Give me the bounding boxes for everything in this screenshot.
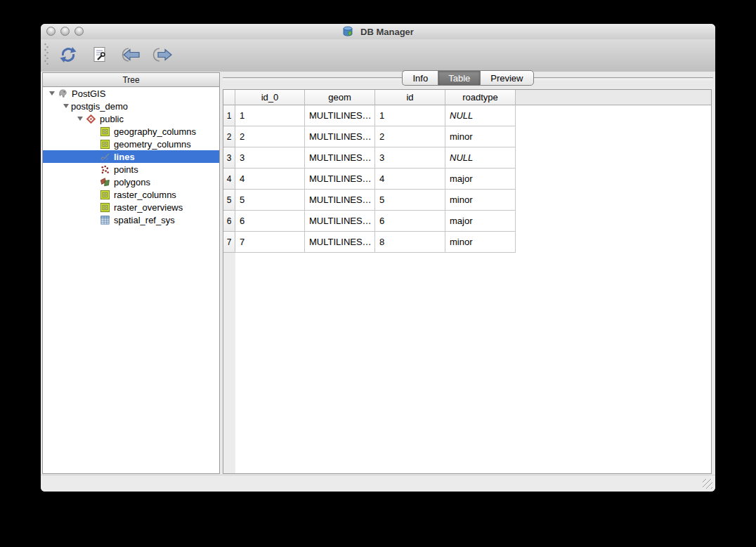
postgis-icon bbox=[57, 88, 68, 99]
tree-item-label: lines bbox=[114, 152, 135, 162]
cell-roadtype[interactable]: major bbox=[445, 169, 516, 190]
tree-item-raster-overviews[interactable]: raster_overviews bbox=[43, 201, 219, 213]
cell-roadtype[interactable]: minor bbox=[445, 190, 516, 211]
titlebar[interactable]: DB Manager bbox=[41, 24, 715, 40]
tree-item-raster-columns[interactable]: raster_columns bbox=[43, 188, 219, 201]
tree-item-label: points bbox=[114, 164, 138, 175]
table-row: 6 6 MULTILINES… 6 major bbox=[223, 211, 711, 232]
column-header-id_0[interactable]: id_0 bbox=[235, 90, 305, 105]
toolbar-drag-handle[interactable] bbox=[44, 42, 49, 69]
tree-item-label: raster_columns bbox=[114, 190, 176, 200]
row-number[interactable]: 5 bbox=[223, 190, 235, 211]
tab-table[interactable]: Table bbox=[438, 70, 480, 86]
row-number[interactable]: 1 bbox=[223, 105, 235, 126]
cell-id_0[interactable]: 5 bbox=[235, 190, 305, 211]
tree-item-postgis[interactable]: PostGIS bbox=[43, 87, 219, 100]
tree-item-public[interactable]: public bbox=[43, 112, 219, 125]
cell-roadtype[interactable]: minor bbox=[445, 126, 516, 147]
cell-id[interactable]: 2 bbox=[375, 126, 445, 147]
import-layer-icon bbox=[121, 46, 142, 65]
tab-bar: Info Table Preview bbox=[223, 70, 713, 86]
tree-item-lines[interactable]: lines bbox=[43, 150, 219, 163]
cell-id[interactable]: 5 bbox=[375, 190, 445, 211]
tree-item-spatial-ref-sys[interactable]: spatial_ref_sys bbox=[43, 213, 219, 226]
resize-grip[interactable] bbox=[703, 479, 712, 489]
window-title: DB Manager bbox=[41, 24, 715, 39]
cell-geom[interactable]: MULTILINES… bbox=[305, 105, 375, 126]
row-spacer bbox=[516, 169, 711, 190]
cell-id[interactable]: 3 bbox=[375, 147, 445, 169]
cell-id_0[interactable]: 1 bbox=[235, 105, 305, 126]
row-number[interactable]: 7 bbox=[223, 232, 235, 253]
tree-item-label: postgis_demo bbox=[71, 101, 128, 112]
tree-item-geography-columns[interactable]: geography_columns bbox=[43, 125, 219, 138]
detail-panel: Info Table Preview id_0 geom id roadtype… bbox=[223, 70, 713, 474]
row-spacer bbox=[516, 105, 711, 126]
export-file-button[interactable] bbox=[151, 43, 175, 68]
tab-preview[interactable]: Preview bbox=[480, 70, 533, 86]
point-layer-icon bbox=[99, 164, 110, 175]
tree-panel-header: Tree bbox=[43, 73, 219, 87]
table-row: 5 5 MULTILINES… 5 minor bbox=[223, 190, 711, 211]
row-number[interactable]: 3 bbox=[223, 147, 235, 169]
cell-roadtype[interactable]: NULL bbox=[445, 105, 516, 126]
cell-roadtype[interactable]: minor bbox=[445, 232, 516, 253]
column-header-id[interactable]: id bbox=[375, 90, 445, 105]
row-spacer bbox=[516, 126, 711, 147]
row-spacer bbox=[516, 232, 711, 253]
cell-id[interactable]: 1 bbox=[375, 105, 445, 126]
table-row: 1 1 MULTILINES… 1 NULL bbox=[223, 105, 711, 126]
cell-id_0[interactable]: 4 bbox=[235, 169, 305, 190]
cell-roadtype[interactable]: major bbox=[445, 211, 516, 232]
tree-item-label: geometry_columns bbox=[114, 139, 191, 150]
row-number[interactable]: 6 bbox=[223, 211, 235, 232]
table-layer-icon bbox=[99, 126, 110, 137]
tree-item-points[interactable]: points bbox=[43, 163, 219, 176]
tree-item-postgis-demo[interactable]: postgis_demo bbox=[43, 100, 219, 112]
row-number[interactable]: 4 bbox=[223, 169, 235, 190]
disclosure-triangle[interactable] bbox=[47, 91, 57, 95]
cell-id_0[interactable]: 2 bbox=[235, 126, 305, 147]
tree-item-label: public bbox=[100, 114, 124, 124]
column-header-geom[interactable]: geom bbox=[305, 90, 375, 105]
cell-roadtype[interactable]: NULL bbox=[445, 147, 516, 169]
export-file-icon bbox=[152, 46, 174, 65]
tree-item-label: polygons bbox=[114, 177, 150, 187]
cell-id_0[interactable]: 6 bbox=[235, 211, 305, 232]
column-header-roadtype[interactable]: roadtype bbox=[445, 90, 516, 105]
disclosure-triangle[interactable] bbox=[75, 117, 85, 121]
header-filler bbox=[516, 90, 711, 105]
cell-geom[interactable]: MULTILINES… bbox=[305, 147, 375, 169]
cell-geom[interactable]: MULTILINES… bbox=[305, 190, 375, 211]
cell-id[interactable]: 8 bbox=[375, 232, 445, 253]
row-number[interactable]: 2 bbox=[223, 126, 235, 147]
main-content: Tree PostGIS postgis_demo bbox=[41, 72, 715, 475]
table-row: 4 4 MULTILINES… 4 major bbox=[223, 169, 711, 190]
table-row: 3 3 MULTILINES… 3 NULL bbox=[223, 147, 711, 169]
disclosure-triangle[interactable] bbox=[61, 104, 71, 108]
row-spacer bbox=[516, 147, 711, 169]
tree-list: PostGIS postgis_demo public bbox=[43, 87, 219, 473]
tree-item-polygons[interactable]: polygons bbox=[43, 176, 219, 188]
sql-window-button[interactable] bbox=[88, 43, 112, 68]
table-layer-icon bbox=[99, 190, 110, 200]
import-layer-button[interactable] bbox=[119, 43, 143, 68]
cell-geom[interactable]: MULTILINES… bbox=[305, 169, 375, 190]
tab-info[interactable]: Info bbox=[402, 70, 438, 86]
row-spacer bbox=[516, 211, 711, 232]
db-manager-window: DB Manager bbox=[41, 24, 715, 492]
table-corner[interactable] bbox=[223, 90, 235, 105]
cell-id_0[interactable]: 3 bbox=[235, 147, 305, 169]
refresh-button[interactable] bbox=[56, 43, 80, 68]
cell-id[interactable]: 4 bbox=[375, 169, 445, 190]
table-header-row: id_0 geom id roadtype bbox=[223, 90, 711, 105]
cell-geom[interactable]: MULTILINES… bbox=[305, 232, 375, 253]
polygon-layer-icon bbox=[99, 177, 110, 187]
cell-geom[interactable]: MULTILINES… bbox=[305, 126, 375, 147]
cell-id_0[interactable]: 7 bbox=[235, 232, 305, 253]
tree-item-geometry-columns[interactable]: geometry_columns bbox=[43, 138, 219, 150]
cell-id[interactable]: 6 bbox=[375, 211, 445, 232]
table-layer-icon bbox=[99, 139, 110, 150]
cell-geom[interactable]: MULTILINES… bbox=[305, 211, 375, 232]
tree-item-label: spatial_ref_sys bbox=[114, 215, 175, 225]
